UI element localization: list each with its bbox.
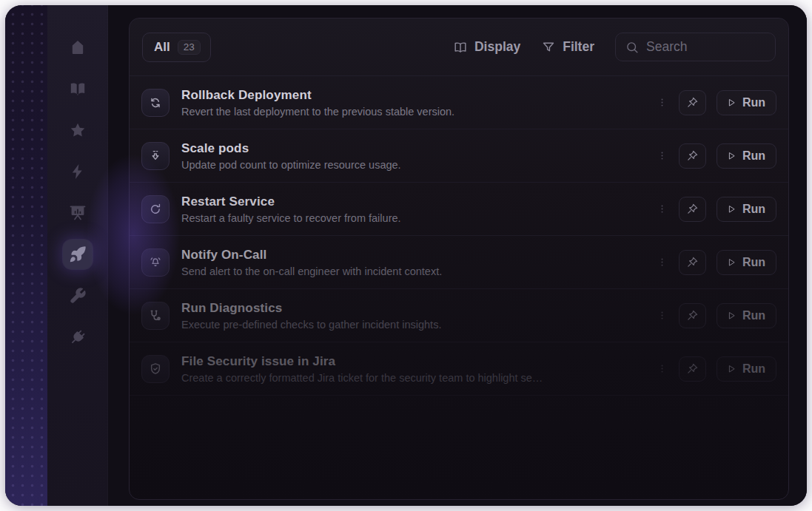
- run-button-label: Run: [742, 362, 765, 376]
- more-options-button[interactable]: [657, 361, 668, 377]
- runbook-description: Execute pre-defined checks to gather inc…: [181, 319, 645, 331]
- runbook-row[interactable]: Notify On-Call Send alert to the on-call…: [130, 236, 788, 289]
- display-button-label: Display: [474, 39, 520, 55]
- filter-button-label: Filter: [563, 39, 594, 55]
- kebab-icon: [657, 308, 668, 322]
- row-actions: Run: [657, 90, 776, 115]
- run-button[interactable]: Run: [717, 303, 776, 328]
- sidebar-item-home[interactable]: [63, 33, 93, 62]
- sidebar-item-runbooks[interactable]: [63, 240, 93, 269]
- play-icon: [726, 204, 736, 214]
- shield-check-icon: [141, 355, 170, 383]
- run-button-label: Run: [742, 96, 765, 109]
- runbook-row[interactable]: Run Diagnostics Execute pre-defined chec…: [130, 289, 788, 342]
- runbook-description: Restart a faulty service to recover from…: [181, 212, 645, 224]
- runbooks-panel: All 23 Display Filter: [129, 18, 789, 500]
- runbook-row[interactable]: File Security issue in Jira Create a cor…: [130, 342, 788, 396]
- filter-button[interactable]: Filter: [541, 39, 594, 55]
- more-options-button[interactable]: [657, 254, 668, 271]
- more-options-button[interactable]: [657, 201, 668, 217]
- plug-icon: [69, 328, 87, 346]
- star-icon: [69, 121, 87, 139]
- more-options-button[interactable]: [657, 308, 668, 324]
- runbook-row[interactable]: Scale pods Update pod count to optimize …: [130, 129, 788, 183]
- run-button[interactable]: Run: [717, 250, 776, 275]
- runbook-title: Scale pods: [181, 141, 645, 157]
- wrench-icon: [69, 287, 87, 305]
- display-button[interactable]: Display: [453, 39, 520, 55]
- pin-button[interactable]: [679, 197, 706, 222]
- row-actions: Run: [657, 356, 776, 382]
- run-button[interactable]: Run: [717, 90, 776, 115]
- pin-icon: [686, 256, 699, 268]
- runbook-description: Send alert to the on-call engineer with …: [181, 265, 645, 277]
- row-actions: Run: [657, 197, 776, 222]
- sidebar-item-tools[interactable]: [63, 281, 93, 311]
- sidebar-item-dashboards[interactable]: [63, 198, 93, 228]
- scale-down-icon: [141, 142, 170, 170]
- run-button[interactable]: Run: [717, 143, 776, 169]
- row-actions: Run: [657, 303, 776, 328]
- sidebar: [47, 5, 108, 506]
- runbook-title: Run Diagnostics: [181, 300, 645, 317]
- restart-icon: [141, 195, 170, 223]
- runbook-title: Notify On-Call: [181, 247, 645, 263]
- runbook-list: Rollback Deployment Revert the last depl…: [130, 76, 788, 499]
- sidebar-item-library[interactable]: [63, 74, 93, 104]
- main-area: All 23 Display Filter: [108, 5, 807, 506]
- sidebar-item-integrations[interactable]: [63, 322, 93, 352]
- search-box[interactable]: [615, 33, 776, 61]
- runbook-title: Rollback Deployment: [181, 87, 645, 104]
- app-window: All 23 Display Filter: [5, 5, 807, 506]
- play-icon: [726, 257, 736, 268]
- decorative-dot-strip: [5, 5, 47, 506]
- run-button[interactable]: Run: [717, 197, 776, 222]
- play-icon: [726, 151, 736, 161]
- kebab-icon: [657, 202, 668, 216]
- kebab-icon: [657, 362, 668, 376]
- runbook-row[interactable]: Rollback Deployment Revert the last depl…: [130, 76, 788, 129]
- more-options-button[interactable]: [657, 95, 668, 111]
- runbook-description: Create a correctly formatted Jira ticket…: [181, 372, 645, 384]
- bolt-icon: [69, 163, 87, 180]
- search-input[interactable]: [646, 39, 766, 55]
- book-open-icon: [453, 40, 468, 55]
- play-icon: [726, 98, 736, 108]
- row-actions: Run: [657, 250, 776, 275]
- runbook-title: File Security issue in Jira: [181, 353, 645, 370]
- home-icon: [69, 38, 87, 56]
- pin-button[interactable]: [679, 303, 706, 328]
- sidebar-item-actions[interactable]: [63, 157, 93, 186]
- run-button[interactable]: Run: [717, 356, 776, 382]
- pin-button[interactable]: [679, 143, 706, 169]
- header-controls: Display Filter: [453, 33, 776, 61]
- stethoscope-icon: [141, 302, 170, 330]
- run-button-label: Run: [742, 203, 765, 216]
- play-icon: [726, 311, 736, 321]
- bell-icon: [141, 248, 170, 277]
- pin-icon: [686, 309, 699, 322]
- pin-button[interactable]: [679, 90, 706, 115]
- presentation-chart-icon: [69, 204, 87, 222]
- kebab-icon: [657, 149, 668, 163]
- run-button-label: Run: [742, 256, 765, 269]
- panel-header: All 23 Display Filter: [130, 18, 788, 76]
- sidebar-item-favorites[interactable]: [63, 115, 93, 145]
- kebab-icon: [657, 255, 668, 269]
- runbook-row[interactable]: Restart Service Restart a faulty service…: [130, 183, 788, 236]
- tab-all[interactable]: All 23: [142, 33, 211, 62]
- runbook-description: Revert the last deployment to the previo…: [181, 106, 645, 118]
- runbook-description: Update pod count to optimize resource us…: [181, 159, 645, 171]
- run-button-label: Run: [742, 309, 765, 322]
- row-actions: Run: [657, 143, 776, 169]
- kebab-icon: [657, 95, 668, 109]
- pin-button[interactable]: [679, 356, 706, 382]
- desktop-background: All 23 Display Filter: [0, 0, 812, 511]
- more-options-button[interactable]: [657, 148, 668, 164]
- play-icon: [726, 364, 736, 374]
- sync-icon: [141, 89, 170, 117]
- pin-button[interactable]: [679, 250, 706, 275]
- tab-all-label: All: [154, 40, 170, 55]
- book-icon: [69, 80, 87, 98]
- pin-icon: [686, 203, 699, 215]
